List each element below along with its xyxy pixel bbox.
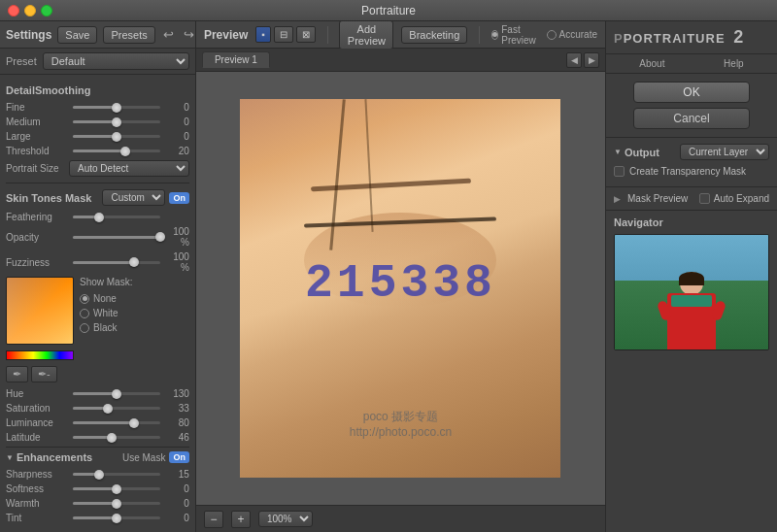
brand-title: PPORTRAITURE 2	[614, 27, 744, 48]
tint-track[interactable]	[73, 516, 160, 519]
single-view-button[interactable]: ▪	[255, 26, 271, 43]
create-transparency-checkbox[interactable]	[614, 166, 625, 177]
hue-track[interactable]	[73, 392, 160, 395]
split-view-button[interactable]: ⊟	[274, 26, 293, 43]
mask-none-label: None	[93, 293, 117, 304]
latitude-slider-row: Latitude 46	[6, 432, 189, 443]
medium-track[interactable]	[73, 120, 160, 123]
fine-track[interactable]	[73, 106, 160, 109]
softness-track[interactable]	[73, 487, 160, 490]
medium-label: Medium	[6, 116, 69, 127]
warmth-value: 0	[164, 498, 189, 509]
hue-label: Hue	[6, 388, 69, 399]
opacity-track[interactable]	[73, 236, 160, 239]
accurate-option[interactable]: Accurate	[547, 29, 597, 40]
eyedropper-minus-button[interactable]: ✒-	[31, 366, 57, 382]
threshold-slider-row: Threshold 20	[6, 146, 189, 156]
latitude-value: 46	[164, 432, 189, 443]
output-title: Output	[625, 147, 680, 158]
sharpness-track[interactable]	[73, 473, 160, 476]
skin-tones-title: Skin Tones Mask	[6, 192, 102, 204]
luminance-slider-row: Luminance 80	[6, 417, 189, 428]
tint-label: Tint	[6, 513, 69, 523]
luminance-track[interactable]	[73, 421, 160, 424]
preview-tab-1[interactable]: Preview 1	[202, 51, 270, 68]
close-button[interactable]	[8, 5, 19, 17]
navigator-section: Navigator	[606, 211, 777, 532]
skin-on-badge: On	[169, 192, 189, 204]
view-buttons: ▪ ⊟ ⊠	[255, 26, 316, 43]
output-header: ▼ Output Current Layer	[614, 144, 769, 160]
fuzziness-label: Fuzziness	[6, 257, 69, 268]
opacity-label: Opacity	[6, 232, 69, 243]
enhancements-header: ▼ Enhancements Use Mask On	[6, 451, 189, 463]
about-button[interactable]: About	[639, 58, 664, 69]
ok-button[interactable]: OK	[633, 82, 750, 103]
brand-label: PORTRAITURE	[624, 31, 726, 46]
minimize-button[interactable]	[24, 5, 36, 17]
app-title: Portraiture	[361, 4, 416, 17]
preview-tabs: Preview 1 ◀ ▶	[196, 49, 605, 72]
enhance-on-badge: On	[169, 451, 189, 463]
enhancements-triangle[interactable]: ▼	[6, 453, 14, 462]
dual-view-button[interactable]: ⊠	[296, 26, 316, 43]
warmth-slider-row: Warmth 0	[6, 498, 189, 509]
eyedropper-button[interactable]: ✒	[6, 366, 28, 382]
fine-value: 0	[164, 102, 189, 113]
latitude-track[interactable]	[73, 436, 160, 439]
saturation-slider-row: Saturation 33	[6, 403, 189, 414]
right-menu: About Help	[606, 54, 777, 74]
cancel-button[interactable]: Cancel	[633, 108, 750, 129]
mask-black-radio[interactable]: Black	[80, 322, 132, 333]
output-triangle[interactable]: ▼	[614, 148, 622, 156]
redo-button[interactable]: ↪	[182, 27, 196, 42]
medium-slider-row: Medium 0	[6, 116, 189, 127]
undo-button[interactable]: ↩	[161, 27, 176, 42]
latitude-label: Latitude	[6, 432, 69, 443]
zoom-select[interactable]: 100%	[258, 511, 313, 527]
portrait-size-label: Portrait Size	[6, 163, 69, 174]
preset-select[interactable]: Default	[43, 52, 189, 70]
tab-next-button[interactable]: ▶	[584, 52, 599, 68]
fuzziness-track[interactable]	[73, 261, 160, 264]
maximize-button[interactable]	[41, 5, 52, 17]
auto-expand-label: Auto Expand	[714, 193, 769, 204]
sharpness-label: Sharpness	[6, 469, 69, 480]
color-gradient-box[interactable]	[6, 277, 74, 345]
nav-person-figure	[667, 272, 716, 349]
preview-toolbar: Preview ▪ ⊟ ⊠ Add Preview Bracketing Fas…	[196, 21, 605, 49]
add-preview-button[interactable]: Add Preview	[339, 20, 393, 50]
threshold-track[interactable]	[73, 150, 160, 152]
fine-slider-row: Fine 0	[6, 102, 189, 113]
create-transparency-row[interactable]: Create Transparency Mask	[614, 166, 769, 177]
zoom-in-button[interactable]: +	[231, 511, 251, 528]
auto-expand-checkbox[interactable]	[699, 193, 710, 204]
saturation-track[interactable]	[73, 407, 160, 410]
feathering-track[interactable]	[73, 216, 160, 218]
large-track[interactable]	[73, 135, 160, 138]
fast-preview-option[interactable]: Fast Preview	[491, 24, 539, 46]
enhancements-title: Enhancements	[17, 451, 122, 463]
mask-none-radio[interactable]: None	[80, 293, 132, 304]
color-strip[interactable]	[6, 350, 74, 360]
navigator-title: Navigator	[614, 216, 769, 228]
titlebar: Portraiture	[0, 0, 777, 21]
right-panel: PPORTRAITURE 2 About Help OK Cancel ▼ Ou…	[605, 21, 777, 532]
mask-white-radio[interactable]: White	[80, 308, 132, 318]
skin-custom-select[interactable]: Custom	[102, 189, 165, 206]
help-button[interactable]: Help	[724, 58, 744, 69]
portrait-size-select[interactable]: Auto Detect	[69, 160, 189, 177]
zoom-out-button[interactable]: −	[204, 511, 223, 528]
save-button[interactable]: Save	[57, 26, 97, 44]
watermark-number: 215338	[305, 257, 496, 310]
softness-value: 0	[164, 483, 189, 494]
fuzziness-value: 100 %	[164, 251, 189, 273]
presets-button[interactable]: Presets	[103, 26, 154, 44]
warmth-track[interactable]	[73, 502, 160, 505]
bracketing-button[interactable]: Bracketing	[401, 26, 467, 44]
mask-preview-arrow[interactable]: ▶	[614, 194, 621, 204]
output-select[interactable]: Current Layer	[680, 144, 769, 160]
preview-bottom: − + 100%	[196, 505, 605, 532]
opacity-slider-row: Opacity 100 %	[6, 226, 189, 248]
tab-prev-button[interactable]: ◀	[566, 52, 582, 68]
